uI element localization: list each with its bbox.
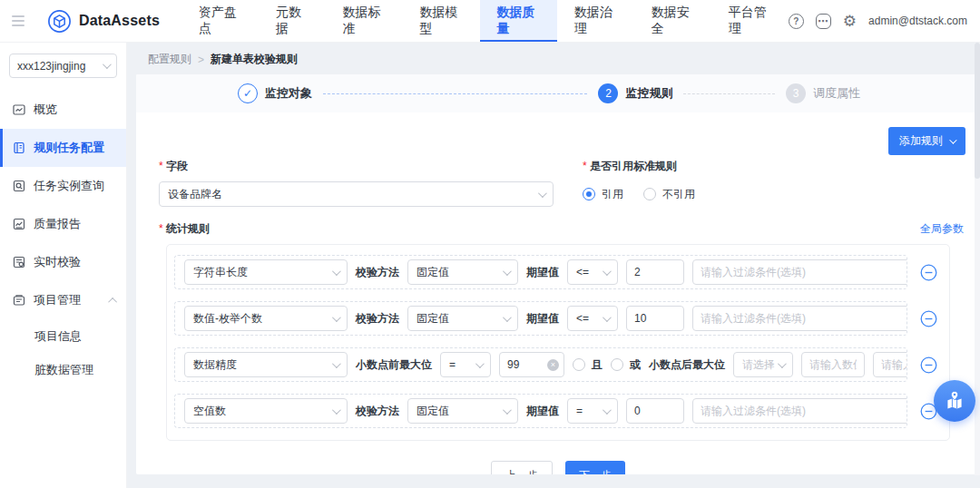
rule-box: 空值数 校验方法 固定值 期望值 = [174, 394, 907, 428]
radio-dot [573, 358, 585, 371]
chevron-down-icon [332, 405, 341, 415]
post-decimal-operator-select[interactable]: 请选择 [733, 352, 793, 377]
filter-condition-input[interactable] [873, 352, 907, 377]
sidebar-subitem-project-info[interactable]: 项目信息 [0, 319, 126, 353]
sidebar-item-overview[interactable]: 概览 [0, 91, 126, 129]
chevron-down-icon [475, 359, 485, 368]
breadcrumb-parent[interactable]: 配置规则 [148, 52, 191, 67]
chevron-down-icon [503, 313, 512, 322]
sidebar-subitem-dirty-data-management[interactable]: 脏数据管理 [0, 353, 126, 386]
method-select[interactable]: 固定值 [407, 398, 518, 424]
radio-not-use-standard[interactable]: 不引用 [643, 187, 695, 202]
method-select[interactable]: 固定值 [407, 259, 518, 285]
method-select[interactable]: 固定值 [407, 306, 518, 331]
rule-row-string-length: 字符串长度 校验方法 固定值 期望值 <= [174, 255, 949, 289]
page-scrollbar[interactable] [975, 43, 980, 475]
step-number-badge: 2 [598, 83, 618, 103]
rule-box: 数据精度 小数点前最大位 = × 且 或 小数点后最大位 请选择 [174, 347, 907, 382]
main-content: 配置规则 > 新建单表校验规则 ✓ 监控对象 2 监控规则 3 调度属性 [127, 43, 980, 488]
brand-logo[interactable]: DataAssets [36, 0, 169, 42]
remove-rule-button[interactable] [920, 264, 937, 281]
breadcrumb-current: 新建单表校验规则 [211, 52, 298, 67]
project-select[interactable]: xxx123jingjing [9, 54, 117, 78]
sidebar-item-quality-report[interactable]: 质量报告 [0, 205, 126, 243]
radio-and[interactable]: 且 [573, 357, 603, 373]
nav-item-data-quality[interactable]: 数据质量 [480, 0, 557, 42]
sidebar: xxx123jingjing 概览 规则任务配置 任务实例查询 质量报告 实时校… [0, 43, 127, 488]
operator-select[interactable]: = [440, 352, 491, 377]
expected-value-input[interactable] [626, 398, 684, 424]
sidebar-item-realtime-check[interactable]: 实时校验 [0, 243, 126, 281]
filter-condition-input[interactable] [692, 398, 907, 424]
nav-item-platform-management[interactable]: 平台管理 [711, 0, 789, 42]
brand-name: DataAssets [79, 13, 160, 29]
step-connector [323, 93, 587, 94]
hamburger-menu-icon[interactable] [0, 0, 36, 42]
remove-rule-button[interactable] [920, 310, 937, 327]
filter-condition-input[interactable] [692, 306, 907, 331]
field-select[interactable]: 设备品牌名 [159, 181, 554, 207]
step-indicator: ✓ 监控对象 2 监控规则 3 调度属性 [136, 74, 980, 112]
sidebar-item-label: 实时校验 [34, 254, 81, 270]
operator-select[interactable]: = [567, 398, 618, 424]
rule-box: 字符串长度 校验方法 固定值 期望值 <= [174, 255, 907, 289]
rule-row-data-precision: 数据精度 小数点前最大位 = × 且 或 小数点后最大位 请选择 [174, 347, 949, 382]
sidebar-item-label: 概览 [34, 102, 57, 118]
user-account[interactable]: admin@dtstack.com [868, 15, 967, 27]
message-icon[interactable]: ⋯ [816, 14, 831, 29]
step-label: 调度属性 [813, 85, 860, 102]
radio-dot [583, 188, 595, 200]
breadcrumb-separator: > [198, 54, 204, 66]
overview-icon [13, 103, 25, 116]
expected-value-input[interactable] [626, 259, 684, 285]
sidebar-item-rule-task-config[interactable]: 规则任务配置 [0, 129, 126, 167]
radio-dot [643, 188, 656, 200]
next-step-button[interactable]: 下一步 [565, 461, 625, 474]
radio-label: 不引用 [662, 187, 695, 202]
help-map-widget-button[interactable] [934, 380, 975, 422]
stats-rules-header: 统计规则 全局参数 [136, 207, 980, 244]
sidebar-item-project-management[interactable]: 项目管理 [0, 281, 126, 319]
sidebar-item-label: 任务实例查询 [34, 178, 104, 194]
expected-label: 期望值 [526, 265, 559, 280]
nav-item-asset-inventory[interactable]: 资产盘点 [181, 0, 259, 42]
chevron-down-icon [778, 359, 787, 368]
method-label: 校验方法 [356, 311, 399, 327]
task-query-icon [13, 180, 25, 192]
method-label: 校验方法 [356, 404, 399, 419]
rule-type-select[interactable]: 数据精度 [184, 352, 348, 377]
chevron-down-icon [332, 313, 341, 322]
chevron-down-icon [332, 359, 341, 368]
nav-item-data-security[interactable]: 数据安全 [634, 0, 711, 42]
breadcrumb: 配置规则 > 新建单表校验规则 [127, 43, 980, 74]
help-icon[interactable]: ? [789, 14, 804, 29]
radio-label: 且 [592, 357, 603, 373]
radio-or[interactable]: 或 [611, 357, 641, 373]
settings-gear-icon[interactable]: ⚙ [843, 12, 857, 31]
nav-item-data-governance[interactable]: 数据治理 [557, 0, 634, 42]
add-rule-button[interactable]: 添加规则 [888, 127, 965, 155]
ref-standard-label: 是否引用标准规则 [583, 159, 695, 174]
rule-type-select[interactable]: 数值-枚举个数 [184, 306, 348, 331]
post-decimal-value-input[interactable] [801, 352, 865, 377]
expected-value-input[interactable] [626, 306, 684, 331]
field-label: 字段 [159, 159, 554, 174]
nav-item-metadata[interactable]: 元数据 [259, 0, 325, 42]
scrollbar-thumb[interactable] [975, 43, 980, 179]
filter-condition-input[interactable] [692, 259, 907, 285]
remove-rule-button[interactable] [920, 356, 937, 374]
global-params-link[interactable]: 全局参数 [920, 221, 964, 237]
rule-type-select[interactable]: 空值数 [184, 398, 348, 424]
sidebar-item-task-instance-query[interactable]: 任务实例查询 [0, 167, 126, 205]
radio-use-standard[interactable]: 引用 [583, 187, 623, 202]
rule-type-select[interactable]: 字符串长度 [184, 259, 348, 285]
nav-item-data-model[interactable]: 数据模型 [403, 0, 480, 42]
step-schedule-props: 3 调度属性 [786, 83, 860, 103]
operator-select[interactable]: <= [567, 259, 618, 285]
nav-item-data-standards[interactable]: 数据标准 [325, 0, 402, 42]
operator-select[interactable]: <= [567, 306, 618, 331]
clear-input-icon[interactable]: × [547, 359, 559, 371]
sidebar-item-label: 质量报告 [34, 216, 81, 232]
prev-step-button[interactable]: 上一步 [491, 461, 553, 474]
rules-panel: 字符串长度 校验方法 固定值 期望值 <= 数值-枚举个数 校验方法 [166, 244, 950, 441]
